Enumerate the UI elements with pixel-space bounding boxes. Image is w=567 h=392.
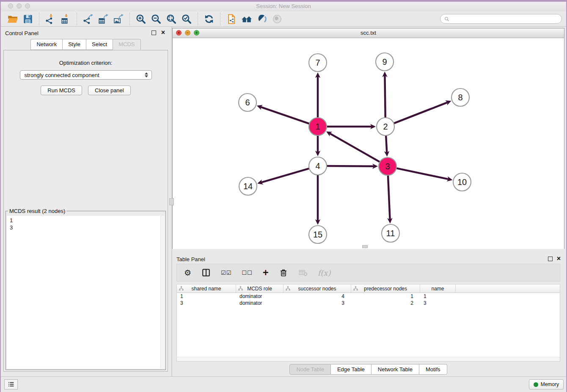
tab-network-table[interactable]: Network Table	[372, 364, 419, 375]
column-header-predecessor-nodes[interactable]: predecessor nodes	[351, 284, 420, 293]
refresh-button[interactable]	[201, 13, 217, 25]
toggle-columns-button[interactable]	[201, 268, 211, 277]
graph-node-label-7: 7	[315, 58, 320, 67]
cell-MCDS-role: dominator	[236, 300, 284, 306]
toolbar-separator	[220, 13, 220, 25]
graph-node-label-15: 15	[313, 230, 322, 239]
criterion-select[interactable]: strongly connected component	[20, 70, 152, 80]
close-panel-icon[interactable]: ×	[161, 28, 165, 37]
zoom-selected-button[interactable]	[179, 13, 194, 25]
task-history-button[interactable]	[4, 379, 18, 389]
import-table-button[interactable]	[58, 13, 73, 25]
column-header-successor-nodes[interactable]: successor nodes	[284, 284, 351, 293]
mcds-result-list[interactable]: 13	[7, 216, 165, 369]
network-close-button[interactable]: ×	[176, 30, 182, 36]
tab-edge-table[interactable]: Edge Table	[331, 364, 372, 375]
memory-button[interactable]: Memory	[529, 379, 564, 389]
select-all-columns-icon: ☑☑	[221, 270, 231, 276]
graph-edge-2-8[interactable]	[393, 102, 448, 124]
delete-table-icon	[298, 268, 308, 277]
graph-node-label-9: 9	[382, 57, 387, 66]
zoom-fit-button[interactable]	[164, 13, 179, 25]
graph-edge-1-6[interactable]	[260, 107, 310, 124]
export-network-button[interactable]	[80, 13, 96, 25]
graph-edge-2-9[interactable]	[385, 75, 385, 119]
column-label: MCDS role	[247, 286, 272, 292]
node-table: shared nameMCDS rolesuccessor nodesprede…	[176, 284, 560, 362]
close-table-panel-icon[interactable]: ×	[557, 254, 561, 263]
tab-select[interactable]: Select	[86, 39, 113, 50]
splitter-grip[interactable]	[169, 198, 174, 205]
column-header-name[interactable]: name	[420, 284, 456, 293]
network-window-titlebar[interactable]: × − + scc.txt	[173, 28, 564, 38]
mcds-tab-content: Optimization criterion: strongly connect…	[3, 50, 168, 372]
zoom-in-icon	[135, 14, 146, 25]
criterion-value: strongly connected component	[25, 72, 144, 78]
network-view-window: × − + scc.txt 7968124314101511	[172, 28, 564, 249]
network-minimize-button[interactable]: −	[185, 30, 190, 36]
result-node-id: 1	[10, 217, 159, 224]
table-body: 1dominator4113dominator323	[177, 293, 560, 306]
toggle-columns-icon	[201, 268, 211, 277]
close-panel-button[interactable]: Close panel	[88, 86, 131, 95]
canvas-drag-handle[interactable]	[362, 245, 368, 248]
home-button[interactable]	[239, 13, 254, 25]
search-input[interactable]	[452, 16, 558, 22]
deselect-all-columns-button[interactable]: ☐☐	[242, 270, 252, 276]
table-row[interactable]: 3dominator323	[177, 300, 560, 306]
column-header-MCDS-role[interactable]: MCDS role	[236, 284, 284, 293]
status-bar: Memory	[0, 376, 567, 392]
export-image-button[interactable]	[111, 13, 126, 25]
network-maximize-button[interactable]: +	[194, 30, 199, 36]
column-settings-button[interactable]: ⚙	[184, 268, 191, 278]
zoom-fit-icon	[166, 14, 177, 25]
graph-edge-3-10[interactable]	[396, 168, 449, 179]
tree-icon	[238, 286, 243, 291]
float-panel-icon[interactable]	[151, 30, 156, 35]
cell-name: 3	[420, 300, 456, 306]
add-column-button[interactable]: +	[263, 268, 269, 277]
control-panel-header: Control Panel ×	[0, 27, 171, 39]
network-canvas[interactable]: 7968124314101511	[173, 38, 564, 249]
delete-column-button[interactable]	[279, 268, 288, 277]
graph-node-label-2: 2	[383, 122, 388, 131]
select-all-columns-button[interactable]: ☑☑	[221, 270, 231, 276]
float-table-panel-icon[interactable]	[548, 257, 553, 261]
search-box[interactable]	[440, 14, 562, 24]
table-row[interactable]: 1dominator411	[177, 293, 560, 300]
graph-edge-4-14[interactable]	[261, 168, 310, 182]
memory-status-icon	[534, 382, 538, 387]
cell-shared-name: 1	[177, 293, 236, 299]
zoom-out-button[interactable]	[149, 13, 164, 25]
cell-shared-name: 3	[177, 300, 236, 306]
style-preview-button[interactable]	[254, 13, 270, 25]
table-horizontal-scrollbar[interactable]	[177, 357, 560, 361]
search-icon	[444, 17, 449, 22]
tab-style[interactable]: Style	[62, 39, 86, 50]
import-network-button[interactable]	[43, 13, 58, 25]
export-table-button[interactable]	[96, 13, 111, 25]
tree-icon	[286, 286, 290, 291]
home-icon	[241, 14, 252, 25]
window-border-left	[0, 0, 1, 392]
delete-column-icon	[279, 268, 288, 277]
graph-node-label-8: 8	[458, 93, 462, 102]
result-scrollbar[interactable]	[160, 216, 165, 369]
tab-mcds[interactable]: MCDS	[113, 39, 140, 50]
network-title: scc.txt	[173, 28, 564, 37]
save-session-button[interactable]	[20, 13, 36, 25]
graph-edge-2-3[interactable]	[386, 135, 387, 153]
column-header-shared-name[interactable]: shared name	[177, 284, 236, 293]
run-mcds-button[interactable]: Run MCDS	[41, 86, 82, 95]
tab-motifs[interactable]: Motifs	[419, 364, 447, 375]
tab-node-table[interactable]: Node Table	[289, 364, 331, 375]
graph-edge-3-11[interactable]	[388, 174, 390, 220]
duplicate-network-button[interactable]	[224, 13, 239, 25]
zoom-in-button[interactable]	[133, 13, 149, 25]
list-icon	[7, 381, 15, 388]
function-builder-button: f(x)	[318, 268, 331, 277]
graph-edge-4-3[interactable]	[326, 166, 374, 166]
tab-network[interactable]: Network	[30, 39, 62, 50]
graph-edge-3-1[interactable]	[330, 133, 381, 163]
open-session-button[interactable]	[5, 13, 20, 25]
